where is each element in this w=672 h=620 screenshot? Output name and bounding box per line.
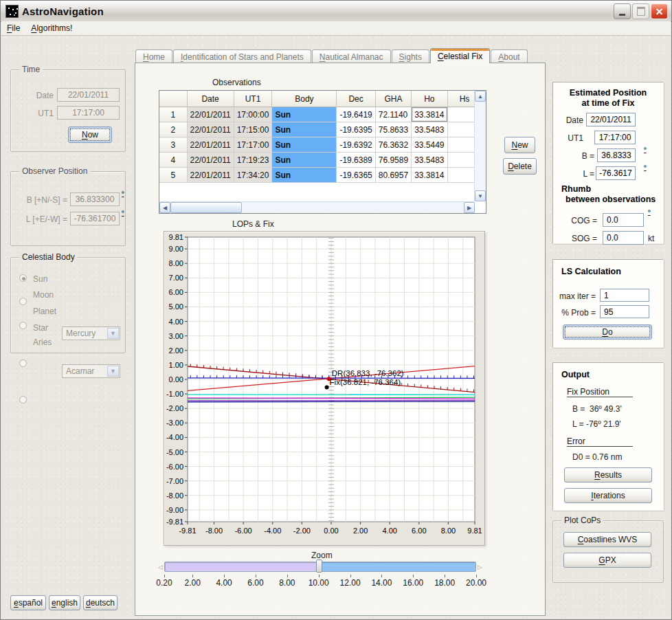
star-select[interactable]: Acamar ▼ bbox=[62, 364, 120, 378]
prob-field[interactable]: 95 bbox=[600, 305, 649, 318]
table-cell[interactable]: 22/01/2011 bbox=[187, 122, 234, 137]
table-cell[interactable]: Sun bbox=[272, 122, 337, 137]
table-row[interactable]: 122/01/201117:00:00Sun-19.641972.114033.… bbox=[159, 107, 482, 122]
tab-home[interactable]: Home bbox=[135, 49, 172, 63]
now-button[interactable]: Now bbox=[68, 126, 112, 143]
planet-select[interactable]: Mercury ▼ bbox=[62, 326, 120, 340]
table-cell[interactable]: -19.6395 bbox=[337, 122, 375, 137]
max-iter-field[interactable]: 1 bbox=[600, 289, 649, 302]
est-b-field[interactable]: 36.8333 bbox=[597, 148, 636, 162]
table-cell[interactable]: Sun bbox=[272, 168, 337, 183]
slider-right-arrow-icon[interactable]: ▷ bbox=[478, 564, 482, 571]
language-spanish-button[interactable]: español bbox=[10, 595, 46, 610]
gpx-button[interactable]: GPX bbox=[563, 553, 651, 568]
observations-table[interactable]: DateUT1BodyDecGHAHoHs122/01/201117:00:00… bbox=[159, 90, 486, 214]
column-header[interactable] bbox=[159, 91, 187, 107]
table-cell[interactable]: 33.5449 bbox=[412, 137, 447, 153]
planet-radio[interactable] bbox=[19, 322, 27, 329]
menu-algorithms[interactable]: Algorithms! bbox=[25, 22, 78, 34]
table-row[interactable]: 522/01/201117:34:20Sun-19.636580.695733.… bbox=[159, 168, 482, 183]
column-header[interactable]: GHA bbox=[375, 91, 411, 107]
table-cell[interactable]: 72.1140 bbox=[375, 107, 411, 122]
table-cell[interactable]: -19.6389 bbox=[337, 153, 375, 168]
est-l-field[interactable]: -76.3617 bbox=[596, 166, 636, 180]
table-cell[interactable]: Sun bbox=[272, 137, 337, 153]
close-icon[interactable]: ✕ bbox=[651, 3, 668, 19]
table-cell[interactable]: 3 bbox=[159, 137, 187, 153]
table-cell[interactable]: 22/01/2011 bbox=[187, 168, 234, 183]
title-bar[interactable]: AstroNavigation ✕ bbox=[1, 1, 671, 22]
menu-file[interactable]: File bbox=[1, 22, 25, 34]
table-cell[interactable]: 33.5483 bbox=[412, 122, 447, 137]
tab-celestial-fix[interactable]: Celestial Fix bbox=[430, 48, 490, 63]
table-cell[interactable]: 17:34:20 bbox=[234, 168, 272, 183]
column-header[interactable]: Date bbox=[187, 91, 234, 107]
vertical-scrollbar[interactable]: ▲ ▼ bbox=[474, 91, 486, 201]
coastlines-wvs-button[interactable]: Coastlines WVS bbox=[563, 532, 651, 547]
table-cell[interactable]: Sun bbox=[272, 107, 337, 122]
table-cell[interactable]: 75.8633 bbox=[375, 122, 411, 137]
results-button[interactable]: Results bbox=[564, 467, 652, 483]
table-cell[interactable]: -19.6419 bbox=[337, 107, 375, 122]
date-field[interactable]: 22/01/2011 bbox=[57, 88, 120, 102]
table-cell[interactable]: 17:17:00 bbox=[234, 137, 272, 153]
table-cell[interactable]: 17:19:23 bbox=[234, 153, 272, 168]
table-cell[interactable]: 5 bbox=[159, 168, 187, 183]
table-cell[interactable]: 22/01/2011 bbox=[187, 137, 234, 153]
slider-thumb[interactable] bbox=[316, 560, 322, 573]
lops-fix-chart[interactable]: 9.819.008.007.006.005.004.003.002.001.00… bbox=[164, 231, 485, 546]
longitude-field[interactable]: -76.361700 bbox=[70, 212, 120, 225]
table-cell[interactable]: -19.6392 bbox=[337, 137, 375, 153]
minimize-button[interactable] bbox=[614, 3, 631, 19]
table-row[interactable]: 222/01/201117:15:00Sun-19.639575.863333.… bbox=[159, 122, 482, 137]
language-german-button[interactable]: deutsch bbox=[83, 595, 117, 610]
column-header[interactable]: Ho bbox=[412, 91, 447, 107]
moon-radio[interactable] bbox=[19, 298, 27, 305]
latitude-field[interactable]: 36.833300 bbox=[70, 192, 120, 206]
new-button[interactable]: New bbox=[504, 137, 535, 153]
table-row[interactable]: 322/01/201117:17:00Sun-19.639276.363233.… bbox=[159, 137, 482, 153]
table-cell[interactable]: 33.5483 bbox=[412, 153, 447, 168]
scroll-up-icon[interactable]: ▲ bbox=[475, 91, 486, 102]
maximize-button[interactable] bbox=[632, 3, 649, 19]
table-cell[interactable]: 4 bbox=[159, 153, 187, 168]
table-cell[interactable]: 22/01/2011 bbox=[187, 107, 234, 122]
tab-identification[interactable]: Identification of Stars and Planets bbox=[173, 49, 311, 63]
est-ut1-field[interactable]: 17:17:00 bbox=[594, 131, 636, 144]
table-cell[interactable]: 80.6957 bbox=[375, 168, 411, 183]
scroll-left-icon[interactable]: ◀ bbox=[159, 202, 170, 213]
est-date-field[interactable]: 22/01/2011 bbox=[586, 113, 636, 126]
slider-left-arrow-icon[interactable]: ◁ bbox=[158, 564, 163, 571]
table-row[interactable]: 422/01/201117:19:23Sun-19.638976.958933.… bbox=[159, 153, 482, 168]
scrollbar-thumb[interactable] bbox=[170, 202, 242, 213]
cog-field[interactable]: 0.0 bbox=[603, 213, 644, 227]
scroll-down-icon[interactable]: ▼ bbox=[475, 190, 486, 201]
sun-radio[interactable] bbox=[19, 274, 27, 282]
column-header[interactable]: UT1 bbox=[234, 91, 272, 107]
table-cell[interactable]: 1 bbox=[159, 107, 187, 122]
aries-radio[interactable] bbox=[19, 396, 27, 403]
column-header[interactable]: Body bbox=[272, 91, 337, 107]
ut1-field[interactable]: 17:17:00 bbox=[57, 106, 120, 120]
iterations-button[interactable]: Iterations bbox=[564, 488, 652, 503]
star-radio[interactable] bbox=[19, 359, 27, 367]
tab-sights[interactable]: Sights bbox=[392, 49, 429, 63]
column-header[interactable]: Dec bbox=[337, 91, 375, 107]
table-cell[interactable]: Sun bbox=[272, 153, 337, 168]
sog-field[interactable]: 0.0 bbox=[603, 231, 644, 245]
table-cell[interactable]: 76.3632 bbox=[375, 137, 411, 153]
table-cell[interactable]: 76.9589 bbox=[375, 153, 411, 168]
do-button[interactable]: Do bbox=[563, 324, 652, 340]
table-cell[interactable]: 17:15:00 bbox=[234, 122, 272, 137]
table-cell[interactable]: 17:00:00 bbox=[234, 107, 272, 122]
table-cell[interactable]: 33.3814 bbox=[412, 168, 447, 183]
table-cell[interactable]: 33.3814 bbox=[412, 107, 447, 122]
language-english-button[interactable]: english bbox=[49, 595, 80, 610]
horizontal-scrollbar[interactable]: ◀ ▶ bbox=[159, 201, 475, 213]
delete-button[interactable]: Delete bbox=[503, 158, 537, 175]
table-cell[interactable]: -19.6365 bbox=[337, 168, 375, 183]
observations-grid[interactable]: DateUT1BodyDecGHAHoHs122/01/201117:00:00… bbox=[159, 91, 482, 183]
zoom-slider[interactable]: ◁ ▷ 0.202.004.006.008.0010.0012.0014.001… bbox=[159, 560, 482, 588]
table-cell[interactable]: 22/01/2011 bbox=[187, 153, 234, 168]
tab-nautical-almanac[interactable]: Nautical Almanac bbox=[312, 49, 391, 63]
